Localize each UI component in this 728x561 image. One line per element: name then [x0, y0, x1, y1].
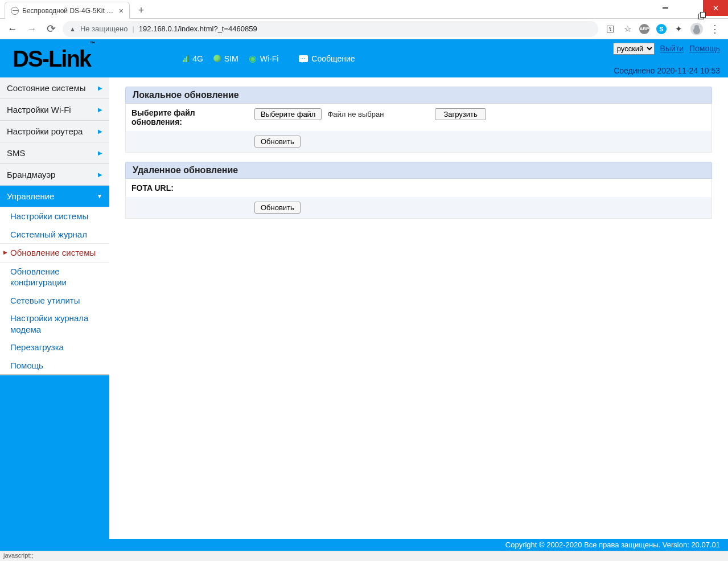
extensions-icon[interactable]	[673, 24, 684, 34]
skype-icon[interactable]: S	[656, 24, 667, 34]
sidebar: Состояние системы Настройки Wi-Fi Настро…	[0, 77, 109, 551]
wifi-status: Wi-Fi	[249, 54, 279, 63]
page-footer: Copyright © 2002-2020 Все права защищены…	[0, 539, 728, 551]
remote-update-panel: FOTA URL: Обновить	[125, 179, 712, 219]
insecure-icon	[69, 24, 76, 33]
sidebar-item-system-status[interactable]: Состояние системы	[0, 77, 109, 99]
file-select-label: Выберите файл обновления:	[131, 108, 245, 126]
minimize-button[interactable]	[653, 0, 678, 16]
header-top-right: русский Выйти Помощь	[613, 43, 720, 55]
profile-avatar-icon[interactable]	[690, 23, 703, 35]
logo: DS-Link™	[0, 47, 109, 70]
chevron-right-icon	[98, 85, 102, 91]
sidebar-item-router-settings[interactable]: Настройки роутера	[0, 121, 109, 142]
upload-button[interactable]: Загрузить	[435, 108, 486, 120]
maximize-button[interactable]	[678, 0, 703, 16]
logout-link[interactable]: Выйти	[660, 44, 684, 53]
adblock-icon[interactable]: ABP	[639, 24, 649, 34]
chevron-right-icon	[98, 171, 102, 178]
back-button[interactable]: ←	[5, 21, 20, 37]
url-text: 192.168.0.1/index.html?_t=4460859	[139, 24, 257, 33]
sub-item-system-settings[interactable]: Настройки системы	[0, 207, 109, 226]
close-window-button[interactable]	[703, 0, 728, 16]
menu-kebab-icon[interactable]	[710, 24, 720, 34]
sub-item-config-update[interactable]: Обновление конфигурации	[0, 263, 109, 292]
language-select[interactable]: русский	[613, 43, 655, 55]
chevron-right-icon	[98, 150, 102, 156]
main-content: Локальное обновление Выберите файл обнов…	[109, 77, 728, 551]
toolbar-icons: ABP S	[602, 23, 723, 35]
password-key-icon[interactable]	[605, 24, 615, 34]
message-bubble-icon	[299, 55, 308, 62]
security-label: Не защищено	[80, 24, 128, 33]
file-status-text: Файл не выбран	[327, 110, 384, 118]
chevron-down-icon	[97, 193, 102, 199]
sidebar-item-firewall[interactable]: Брандмауэр	[0, 164, 109, 186]
fota-url-label: FOTA URL:	[131, 183, 245, 193]
sim-status: SIM	[213, 54, 238, 63]
reload-button[interactable]	[43, 21, 59, 37]
browser-titlebar: Беспроводной DS-4G-5Kit роут × +	[0, 0, 728, 19]
choose-file-button[interactable]: Выберите файл	[254, 108, 322, 120]
remote-update-button[interactable]: Обновить	[254, 202, 301, 214]
sidebar-fill	[0, 375, 109, 551]
sim-dot-icon	[213, 55, 221, 62]
chevron-right-icon	[98, 128, 102, 134]
sidebar-item-wifi-settings[interactable]: Настройки Wi-Fi	[0, 99, 109, 121]
sub-item-system-update[interactable]: Обновление системы	[0, 243, 109, 263]
sidebar-item-management[interactable]: Управление	[0, 186, 109, 207]
remote-update-heading: Удаленное обновление	[125, 162, 712, 179]
sub-item-net-utils[interactable]: Сетевые утилиты	[0, 292, 109, 310]
globe-icon	[11, 7, 19, 15]
new-tab-button[interactable]: +	[133, 2, 149, 18]
local-update-button[interactable]: Обновить	[254, 136, 301, 148]
bookmark-star-icon[interactable]	[622, 24, 632, 34]
local-update-heading: Локальное обновление	[125, 87, 712, 104]
address-bar: ← → Не защищено | 192.168.0.1/index.html…	[0, 19, 728, 39]
header-status: 4G SIM Wi-Fi Сообщение	[183, 54, 355, 63]
chevron-right-icon	[98, 107, 102, 113]
signal-status: 4G	[183, 54, 203, 63]
tab-title: Беспроводной DS-4G-5Kit роут	[22, 7, 114, 15]
sidebar-item-sms[interactable]: SMS	[0, 142, 109, 164]
connection-status: Соединено 2020-11-24 10:53	[614, 66, 720, 75]
url-input[interactable]: Не защищено | 192.168.0.1/index.html?_t=…	[63, 21, 598, 37]
forward-button[interactable]: →	[24, 21, 40, 37]
sidebar-submenu: Настройки системы Системный журнал Обнов…	[0, 207, 109, 374]
help-link[interactable]: Помощь	[689, 44, 720, 53]
local-update-panel: Выберите файл обновления: Выберите файл …	[125, 104, 712, 153]
sub-item-modem-log-settings[interactable]: Настройки журнала модема	[0, 309, 109, 338]
sub-item-help[interactable]: Помощь	[0, 357, 109, 375]
sub-item-system-log[interactable]: Системный журнал	[0, 226, 109, 244]
sub-item-reboot[interactable]: Перезагрузка	[0, 338, 109, 357]
window-controls	[653, 0, 728, 16]
app-header: DS-Link™ 4G SIM Wi-Fi Сообщение	[0, 39, 728, 77]
signal-bars-icon	[183, 55, 189, 62]
wifi-icon	[249, 54, 257, 63]
message-status[interactable]: Сообщение	[299, 54, 355, 63]
close-tab-icon[interactable]: ×	[118, 6, 125, 15]
browser-status-bar: javascript:;	[0, 551, 728, 561]
browser-tab[interactable]: Беспроводной DS-4G-5Kit роут ×	[5, 2, 130, 19]
